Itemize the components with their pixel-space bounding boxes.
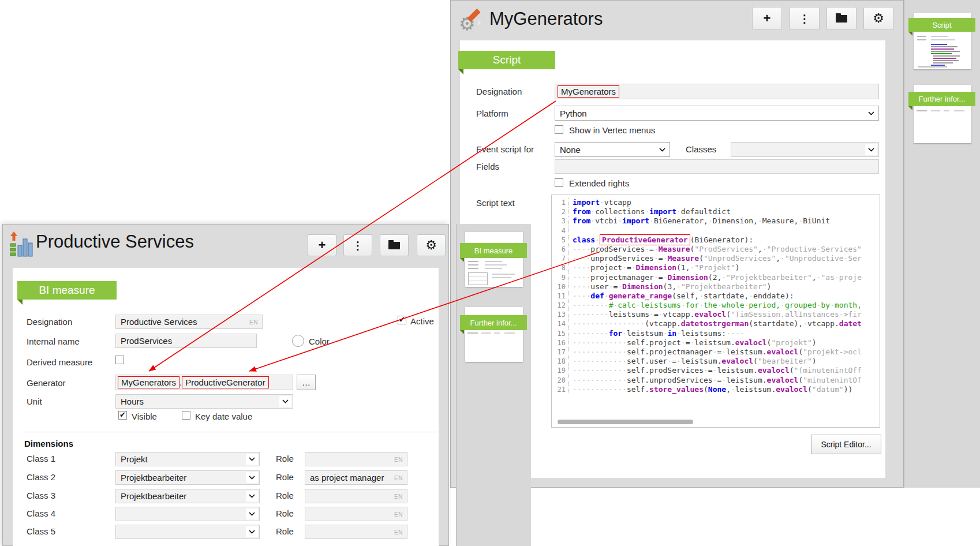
derived-measure-checkbox[interactable]	[115, 356, 124, 364]
visible-checkbox[interactable]: ✔	[118, 411, 127, 420]
class-4-label: Class 4	[27, 508, 55, 518]
dimensions-title: Dimensions	[24, 439, 73, 448]
tab-bi-measure[interactable]: BI measure	[17, 281, 117, 300]
script-editor-button-label: Script Editor...	[821, 440, 871, 449]
generator-input[interactable]: MyGenerators.ProductiveGenerator	[115, 375, 293, 390]
generators-thumbnail-panel	[904, 0, 980, 488]
language-badge: EN	[394, 493, 403, 499]
unit-value: Hours	[121, 397, 144, 406]
language-badge: EN	[394, 456, 403, 462]
thumbnail-bi-measure-preview	[465, 232, 523, 287]
plus-icon: +	[319, 239, 326, 252]
generator-part1-highlight: MyGenerators	[118, 376, 179, 388]
class-4-select[interactable]	[115, 507, 260, 521]
event-script-select[interactable]: None	[555, 142, 670, 157]
show-in-menus-checkbox[interactable]	[555, 125, 563, 134]
internal-name-value: ProdServices	[121, 336, 172, 346]
script-text-label: Script text	[476, 198, 515, 208]
thumbnail-script-label: Script	[932, 21, 951, 29]
settings-button[interactable]: ⚙	[417, 234, 446, 256]
fields-label: Fields	[476, 162, 499, 171]
event-script-value: None	[560, 145, 581, 155]
class-2-label: Class 2	[27, 472, 55, 482]
show-in-menus-label: Show in Vertec menus	[569, 125, 655, 135]
class-2-role-input[interactable]: as project managerEN	[305, 470, 407, 485]
key-date-checkbox[interactable]	[182, 411, 190, 420]
script-editor-button[interactable]: Script Editor...	[811, 435, 881, 454]
event-script-label: Event script for	[476, 144, 534, 154]
generator-part2-highlight: ProductiveGenerator	[182, 376, 268, 388]
class-4-role-label: Role	[276, 508, 294, 518]
thumbnail-bi-measure-label: BI measure	[474, 246, 513, 255]
chevron-down-icon	[246, 491, 258, 502]
thumbnail-bi-measure-page[interactable]	[465, 232, 523, 287]
checkmark-icon: ✔	[399, 316, 405, 323]
tab-script-label: Script	[493, 54, 521, 66]
checkmark-icon: ✔	[119, 411, 126, 418]
chevron-down-icon	[246, 508, 258, 519]
designation-input[interactable]: Productive Services EN	[115, 315, 263, 329]
extended-rights-checkbox[interactable]	[555, 178, 563, 187]
class-2-value: Projektbearbeiter	[121, 473, 186, 483]
color-swatch[interactable]	[292, 335, 304, 347]
horizontal-scrollbar[interactable]	[558, 420, 693, 424]
tab-script[interactable]: Script	[458, 51, 555, 69]
settings-button[interactable]: ⚙	[863, 7, 893, 30]
chevron-down-icon	[279, 396, 291, 407]
designation-input[interactable]: MyGenerators	[555, 84, 879, 99]
class-5-role-label: Role	[276, 526, 294, 536]
menu-button[interactable]: ⋮	[790, 7, 820, 30]
ellipsis-icon: …	[302, 377, 311, 387]
class-3-select[interactable]: Projektbearbeiter	[115, 489, 260, 503]
class-1-label: Class 1	[27, 454, 55, 463]
tab-fold	[17, 300, 23, 305]
class-1-value: Projekt	[121, 454, 148, 464]
generator-browse-button[interactable]: …	[297, 375, 316, 390]
thumbnail-further-info-banner[interactable]: Further infor...	[908, 92, 975, 106]
class-2-select[interactable]: Projektbearbeiter	[115, 470, 260, 485]
classes-select[interactable]	[731, 142, 879, 157]
unit-select[interactable]: Hours	[115, 394, 293, 409]
platform-select[interactable]: Python	[555, 106, 879, 121]
thumbnail-script-banner[interactable]: Script	[908, 18, 975, 32]
active-checkbox[interactable]: ✔	[398, 316, 406, 324]
tab-fold	[458, 69, 463, 74]
class-5-select[interactable]	[115, 525, 260, 539]
code-editor[interactable]: 1import·vtcapp2from·collections·import·d…	[551, 195, 880, 428]
folder-button[interactable]	[826, 7, 856, 30]
thumbnail-further-info-label: Further infor...	[470, 319, 517, 327]
class-5-role-input[interactable]: EN	[305, 525, 407, 539]
chevron-down-icon	[656, 144, 668, 155]
kebab-menu-icon: ⋮	[799, 13, 810, 24]
plus-icon: +	[764, 12, 771, 25]
class-1-select[interactable]: Projekt	[115, 452, 260, 466]
class-5-label: Class 5	[27, 526, 55, 536]
chevron-down-icon	[246, 526, 258, 537]
chevron-down-icon	[865, 107, 877, 119]
thumbnail-bi-measure-banner[interactable]: BI measure	[460, 243, 527, 258]
designation-label: Designation	[27, 317, 72, 327]
new-button[interactable]: +	[752, 7, 782, 30]
thumbnail-further-info-banner[interactable]: Further infor...	[460, 315, 527, 330]
folder-button[interactable]	[380, 234, 409, 256]
internal-name-input[interactable]: ProdServices	[115, 334, 257, 348]
thumbnail-further-info-label: Further infor...	[919, 95, 966, 103]
class-1-role-input[interactable]: EN	[305, 452, 407, 466]
unit-label: Unit	[27, 397, 42, 406]
designation-value-highlight: MyGenerators	[558, 85, 619, 98]
language-badge: EN	[394, 474, 403, 481]
language-badge: EN	[249, 319, 258, 325]
fields-input[interactable]	[555, 159, 879, 174]
class-4-role-input[interactable]: EN	[305, 507, 407, 521]
class-3-value: Projektbearbeiter	[121, 491, 186, 501]
menu-button[interactable]: ⋮	[343, 234, 372, 256]
code-lines: 1import·vtcapp2from·collections·import·d…	[552, 198, 880, 394]
gear-icon: ⚙	[873, 12, 884, 25]
class-3-role-input[interactable]: EN	[305, 489, 407, 503]
chevron-down-icon	[865, 144, 877, 155]
key-date-label: Key date value	[195, 412, 252, 421]
tab-bi-measure-label: BI measure	[39, 284, 95, 297]
new-button[interactable]: +	[308, 234, 336, 256]
active-label: Active	[410, 316, 434, 326]
derived-measure-label: Derived measure	[27, 357, 92, 367]
